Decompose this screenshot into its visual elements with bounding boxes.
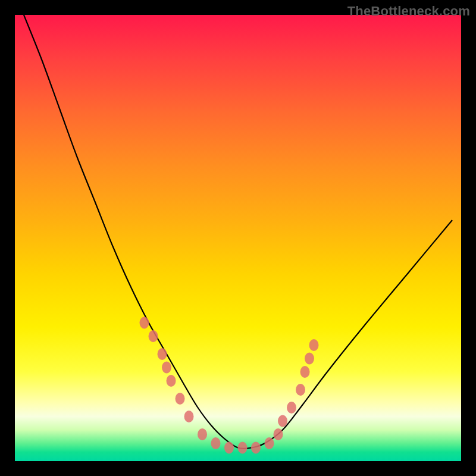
marker-dot bbox=[140, 317, 149, 329]
marker-dot bbox=[167, 375, 176, 387]
marker-dot bbox=[238, 442, 248, 454]
marker-dot bbox=[211, 437, 221, 449]
marker-dot bbox=[300, 366, 310, 378]
curve-markers bbox=[140, 317, 319, 454]
chart-svg bbox=[15, 15, 461, 461]
marker-dot bbox=[287, 402, 296, 414]
marker-dot bbox=[265, 437, 274, 449]
marker-dot bbox=[149, 330, 158, 342]
marker-dot bbox=[198, 428, 207, 440]
marker-dot bbox=[278, 415, 287, 427]
bottleneck-curve bbox=[24, 15, 452, 449]
chart-frame: TheBottleneck.com bbox=[0, 0, 476, 476]
marker-dot bbox=[158, 348, 167, 360]
chart-plot-area bbox=[15, 15, 461, 461]
marker-dot bbox=[251, 442, 261, 454]
marker-dot bbox=[309, 339, 319, 351]
marker-dot bbox=[184, 411, 194, 422]
marker-dot bbox=[162, 362, 171, 374]
marker-dot bbox=[305, 353, 314, 365]
marker-dot bbox=[176, 393, 185, 405]
marker-dot bbox=[274, 428, 283, 440]
marker-dot bbox=[224, 442, 234, 454]
watermark-label: TheBottleneck.com bbox=[347, 4, 470, 19]
marker-dot bbox=[296, 384, 305, 396]
